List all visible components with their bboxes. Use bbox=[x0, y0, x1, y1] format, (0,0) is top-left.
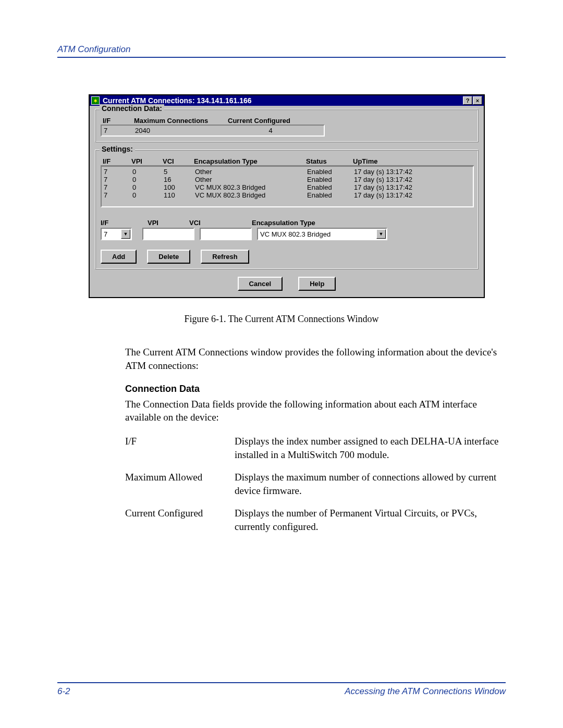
cd-header-cur: Current Configured bbox=[228, 117, 311, 125]
vci-input[interactable] bbox=[200, 228, 252, 240]
edit-label-encap: Encapsulation Type bbox=[252, 219, 356, 227]
settings-row[interactable]: 7 0 110 VC MUX 802.3 Bridged Enabled 17 … bbox=[104, 191, 471, 199]
page-footer: 6-2 Accessing the ATM Connections Window bbox=[57, 682, 506, 697]
edit-label-if: I/F bbox=[101, 219, 148, 227]
def-term: I/F bbox=[125, 435, 235, 471]
st-header-status: Status bbox=[306, 157, 353, 165]
connection-data-subtext: The Connection Data fields provide the f… bbox=[125, 398, 506, 424]
connection-data-heading: Connection Data bbox=[125, 382, 506, 395]
vpi-input[interactable] bbox=[142, 228, 194, 240]
cd-row[interactable]: 7 2040 4 bbox=[104, 127, 322, 134]
help-icon[interactable]: ? bbox=[463, 96, 472, 105]
add-button[interactable]: Add bbox=[101, 250, 137, 264]
cd-if: 7 bbox=[104, 127, 135, 134]
settings-group: Settings: I/F VPI VCI Encapsulation Type… bbox=[95, 150, 479, 269]
connection-data-legend: Connection Data: bbox=[100, 104, 164, 113]
cd-cur: 4 bbox=[229, 127, 312, 134]
cd-header-if: I/F bbox=[103, 117, 134, 125]
settings-row[interactable]: 7 0 5 Other Enabled 17 day (s) 13:17:42 bbox=[104, 168, 471, 176]
if-select[interactable]: 7 ▼ bbox=[101, 228, 132, 240]
st-header-vpi: VPI bbox=[131, 157, 163, 165]
delete-button[interactable]: Delete bbox=[147, 250, 190, 264]
page-header: ATM Configuration bbox=[57, 44, 506, 58]
cancel-button[interactable]: Cancel bbox=[238, 277, 283, 291]
app-icon: ✶ bbox=[91, 96, 100, 105]
settings-row[interactable]: 7 0 16 Other Enabled 17 day (s) 13:17:42 bbox=[104, 176, 471, 183]
def-desc: Displays the index number assigned to ea… bbox=[235, 435, 506, 471]
st-header-vci: VCI bbox=[163, 157, 194, 165]
settings-legend: Settings: bbox=[100, 145, 135, 153]
close-icon[interactable]: × bbox=[473, 96, 482, 105]
window-title: Current ATM Connections: 134.141.161.166 bbox=[103, 96, 462, 105]
atm-connections-window: ✶ Current ATM Connections: 134.141.161.1… bbox=[89, 94, 485, 298]
st-header-if: I/F bbox=[103, 157, 131, 165]
figure-caption: Figure 6-1. The Current ATM Connections … bbox=[57, 314, 506, 325]
cd-header-max: Maximum Connections bbox=[134, 117, 228, 125]
def-desc: Displays the number of Permanent Virtual… bbox=[235, 507, 506, 542]
def-term: Current Configured bbox=[125, 507, 235, 542]
chevron-down-icon: ▼ bbox=[121, 229, 130, 239]
page-number: 6-2 bbox=[57, 686, 70, 697]
edit-label-vpi: VPI bbox=[148, 219, 189, 227]
def-term: Maximum Allowed bbox=[125, 471, 235, 507]
settings-row[interactable]: 7 0 100 VC MUX 802.3 Bridged Enabled 17 … bbox=[104, 183, 471, 191]
encap-select[interactable]: VC MUX 802.3 Bridged ▼ bbox=[257, 228, 387, 240]
help-button[interactable]: Help bbox=[298, 277, 336, 291]
intro-text: The Current ATM Connections window provi… bbox=[125, 346, 506, 372]
chevron-down-icon: ▼ bbox=[376, 229, 386, 239]
edit-label-vci: VCI bbox=[189, 219, 252, 227]
connection-data-group: Connection Data: I/F Maximum Connections… bbox=[95, 109, 479, 142]
st-header-uptime: UpTime bbox=[353, 157, 457, 165]
refresh-button[interactable]: Refresh bbox=[201, 250, 249, 264]
cd-max: 2040 bbox=[135, 127, 229, 134]
st-header-encap: Encapsulation Type bbox=[194, 157, 306, 165]
footer-section: Accessing the ATM Connections Window bbox=[345, 686, 506, 697]
def-desc: Displays the maximum number of connectio… bbox=[235, 471, 506, 507]
